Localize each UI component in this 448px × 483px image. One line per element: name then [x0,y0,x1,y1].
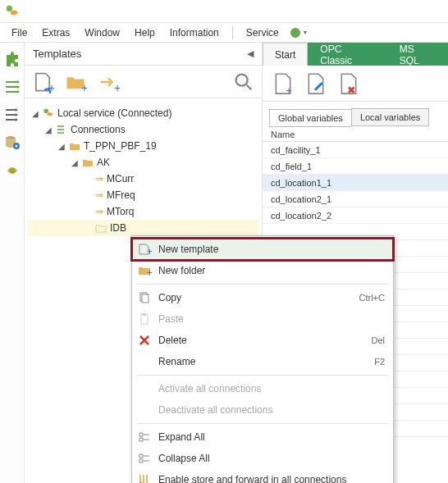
left-rail [0,43,25,483]
expand-icon[interactable]: ◢ [71,158,79,167]
menu-file[interactable]: File [5,25,34,40]
enable-store-icon [137,472,152,483]
ctx-label: Deactivate all connections [158,404,385,416]
ctx-collapse-all[interactable]: Collapse All [132,448,393,469]
expand-all-icon [137,430,152,444]
svg-rect-16 [143,313,146,316]
tree-item-label: IDB [110,222,126,234]
doc-add-button[interactable]: + [272,71,294,96]
delete-icon [137,333,152,348]
menu-extras[interactable]: Extras [35,25,76,40]
ctx-new-folder[interactable]: + New folder [132,260,393,281]
subtab-global[interactable]: Global variables [269,109,351,127]
expand-icon[interactable]: ◢ [31,109,39,118]
arrow-icon: ⇒ [95,189,103,201]
ctx-separator [137,375,388,376]
tree-folder-ak[interactable]: ◢ AK [28,154,258,171]
ctx-shortcut: F2 [374,357,385,367]
ctx-expand-all[interactable]: Expand All [132,426,393,448]
ctx-shortcut: Del [371,335,385,345]
tree-root-label: Local service (Connected) [57,107,171,119]
rail-puzzle-icon[interactable] [4,51,21,67]
folder-icon [82,157,94,167]
svg-text:+: + [147,246,152,257]
titlebar [0,0,448,23]
menu-service[interactable]: Service [240,25,286,40]
rail-globe-icon[interactable] [4,162,21,179]
tab-start[interactable]: Start [263,43,308,66]
arrow-icon: ⇒ [95,173,103,185]
var-row[interactable]: cd_location2_1 [263,191,448,207]
templates-toolbar: + + + [25,66,262,98]
rail-lines2-icon[interactable] [4,107,21,123]
ctx-label: Expand All [158,431,385,443]
rail-lines-icon[interactable] [4,79,21,95]
menu-bar: File Extras Window Help Information Serv… [0,23,448,43]
ctx-delete[interactable]: Delete Del [132,330,393,351]
var-row[interactable]: cd_facility_1 [263,142,448,158]
ctx-label: New template [158,244,385,255]
svg-point-3 [15,145,17,148]
expand-icon[interactable]: ◢ [57,142,66,151]
search-button[interactable] [232,71,255,93]
ctx-paste: Paste [132,308,393,330]
ctx-activate: Activate all connections [132,378,393,399]
tab-opc[interactable]: OPC Classic [308,43,386,66]
tree-item-mfreq[interactable]: ⇒ MFreq [28,187,258,203]
ctx-label: Enable store and forward in all connecti… [158,474,385,483]
var-row[interactable]: cd_location1_1 [263,175,448,191]
dropdown-arrow-icon[interactable]: ▾ [304,29,307,36]
new-template-icon: + [137,242,152,257]
copy-icon [137,290,152,305]
ctx-rename[interactable]: Rename F2 [132,351,393,372]
var-row[interactable]: cd_location2_2 [263,207,448,224]
tab-mssql[interactable]: MS SQL [387,43,448,66]
svg-point-0 [7,5,12,11]
paste-icon [137,312,152,326]
doc-delete-button[interactable] [338,71,359,96]
ctx-copy[interactable]: Copy Ctrl+C [132,287,393,308]
svg-text:+: + [114,80,120,93]
ctx-new-template[interactable]: + New template [132,239,393,260]
ctx-enable-store[interactable]: Enable store and forward in all connecti… [132,469,393,483]
tree-item-mtorq[interactable]: ⇒ MTorq [28,203,258,220]
doc-toolbar: + [263,66,448,102]
app-logo-icon [5,4,20,19]
ctx-shortcut: Ctrl+C [359,293,385,303]
menu-help[interactable]: Help [128,25,162,40]
export-button[interactable]: + [97,71,120,93]
expand-icon[interactable]: ◢ [44,125,53,134]
ctx-deactivate: Deactivate all connections [132,399,393,421]
doc-tabs: Start OPC Classic MS SQL [263,43,448,66]
ctx-label: Delete [158,335,364,346]
ctx-separator [137,423,388,424]
menu-separator [232,26,233,39]
arrow-icon: ⇒ [95,206,103,217]
tree-project[interactable]: ◢ T_PPN_PBF_19 [28,138,258,154]
var-subtabs: Global variables Local variables [263,102,448,126]
doc-edit-button[interactable] [305,71,327,96]
tree-item-mcurr[interactable]: ⇒ MCurr [28,171,258,187]
tree-item-label: MCurr [107,173,134,185]
ctx-label: Paste [158,313,385,325]
service-icon [43,107,54,119]
connections-icon [56,124,67,135]
svg-point-9 [43,108,48,113]
menu-window[interactable]: Window [78,25,126,40]
collapse-panel-icon[interactable]: ◀ [247,48,254,59]
ctx-separator [137,284,388,285]
var-row[interactable]: cd_field_1 [263,158,448,175]
status-indicator-icon[interactable] [290,28,300,38]
rail-db-gear-icon[interactable] [4,134,21,151]
templates-header: Templates ◀ [25,43,262,66]
subtab-local[interactable]: Local variables [351,108,429,126]
new-folder-button[interactable]: + [64,71,87,93]
tree-connections[interactable]: ◢ Connections [28,121,258,138]
new-file-button[interactable]: + [31,71,54,93]
column-header-name[interactable]: Name [263,126,448,141]
tree-item-label: MFreq [107,189,135,201]
tree-item-idb[interactable]: IDB [28,220,258,236]
deactivate-icon [137,403,152,417]
tree-root[interactable]: ◢ Local service (Connected) [28,105,258,121]
menu-information[interactable]: Information [163,25,226,40]
